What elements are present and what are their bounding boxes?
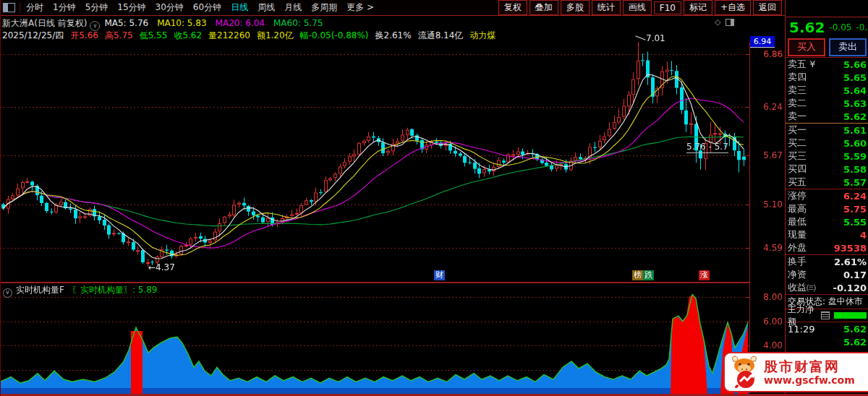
stat-row[interactable]: 收益㈢-0.120 (786, 281, 868, 294)
chart-title: 新大洲A(日线 前复权) (2, 18, 87, 28)
stat-row-value: 93538 (834, 243, 867, 254)
ask-row-label: 卖二 (788, 97, 807, 110)
window-icon[interactable] (726, 19, 734, 26)
tick-row-value: 5.62 (843, 324, 867, 335)
toolbar-button-画线[interactable]: 画线 (623, 0, 652, 15)
stat-row[interactable]: 最低5.55 (786, 215, 868, 228)
low-annotation: ←4.37 (148, 262, 175, 272)
ma-value: MA60: 5.75 (273, 18, 323, 28)
bid-row[interactable]: 买四5.58 (786, 163, 868, 176)
ask-row[interactable]: 卖二5.63 (786, 97, 868, 110)
toolbar-button-+自选[interactable]: +自选 (715, 0, 751, 15)
stat-row[interactable]: 现量4 (786, 228, 868, 241)
period-tab-月线[interactable]: 月线 (284, 1, 302, 14)
ask-row-value: 5.66 (843, 59, 867, 70)
ask-row-value: 5.64 (843, 85, 867, 96)
stat-row[interactable]: 净资0.17 (786, 268, 868, 281)
period-tab-周线[interactable]: 周线 (258, 1, 275, 14)
indicator-header: ∨实时机构量F〖实时机构量〗: 5.89 (0, 282, 749, 294)
candlestick-chart[interactable] (0, 42, 749, 282)
stat-row-label: 现量 (788, 228, 807, 241)
ma-value: MA5: 5.76 (104, 18, 148, 28)
stat-row-value: 5.55 (843, 217, 867, 228)
period-tab-日线[interactable]: 日线 (231, 1, 248, 14)
tick-row[interactable]: 11:295.62 (786, 322, 868, 335)
period-tab-60分钟[interactable]: 60分钟 (193, 1, 221, 14)
ask-row-value: 5.65 (843, 72, 867, 83)
toolbar-button-复权[interactable]: 复权 (498, 0, 527, 15)
axis-tick (745, 345, 749, 346)
ask-row-label: 卖五 ¥ (788, 58, 815, 71)
chevron-circle-icon[interactable]: ∨ (3, 288, 12, 298)
daily-stats-row: 2025/12/25/四开5.66高5.75低5.55收5.62量212260额… (2, 30, 747, 40)
diamond-icon[interactable]: ◇ (715, 17, 720, 27)
watermark-title: 股市财富网 (764, 359, 855, 374)
ask-row-label: 卖四 (788, 71, 807, 84)
axis-label-main: 4.59 (752, 243, 783, 253)
bid-row-label: 买五 (788, 176, 807, 189)
price-row: 5.62 -0.05 -0.88% (786, 17, 868, 38)
stat-row[interactable]: 涨停6.24 (786, 189, 868, 202)
toolbar-button-统计[interactable]: 统计 (592, 0, 621, 15)
stat-row[interactable]: 外盘93538 (786, 241, 868, 254)
period-tab-分时[interactable]: 分时 (26, 1, 43, 14)
period-tab-1分钟[interactable]: 1分钟 (53, 1, 76, 14)
period-tab-30分钟[interactable]: 30分钟 (156, 1, 184, 14)
flow-bar (834, 312, 867, 319)
daily-stat: 高5.75 (105, 30, 133, 40)
daily-stat: 2025/12/25/四 (2, 30, 64, 40)
bid-row[interactable]: 买一5.61 (786, 124, 868, 137)
period-tab-5分钟[interactable]: 5分钟 (85, 1, 109, 14)
axis-label-main: 5.10 (752, 199, 783, 210)
daily-stat: 换2.61% (375, 30, 412, 40)
ask-row[interactable]: 卖四5.65 (786, 71, 868, 84)
toolbar-button-F10[interactable]: F10 (654, 1, 681, 14)
event-tag-榜: 榜 (632, 270, 643, 280)
last-price: 5.62 (789, 19, 825, 36)
stat-row[interactable]: 最高5.75 (786, 202, 868, 215)
period-tab-更多 >[interactable]: 更多 > (346, 1, 374, 14)
toolbar-button-叠加[interactable]: 叠加 (529, 0, 558, 15)
stat-row[interactable]: 换手2.61% (786, 255, 868, 268)
bid-row-value: 5.59 (843, 151, 867, 162)
tick-row-label: 11:29 (788, 324, 814, 335)
ask-row[interactable]: 卖三5.64 (786, 84, 868, 97)
indicator-chart[interactable] (0, 292, 749, 394)
toolbar-button-标记[interactable]: 标记 (684, 0, 712, 15)
stat-row-value: -0.120 (833, 283, 867, 293)
daily-stat: 收5.62 (174, 30, 202, 40)
axis-tick (745, 248, 749, 249)
bid-row[interactable]: 买三5.59 (786, 150, 868, 163)
axis-tick (745, 322, 749, 322)
bid-row[interactable]: 买二5.60 (786, 137, 868, 150)
stat-row-value: 0.17 (843, 270, 867, 280)
toolbar-button-多股[interactable]: 多股 (561, 0, 590, 15)
period-tab-15分钟[interactable]: 15分钟 (117, 1, 145, 14)
daily-stat: 幅-0.05(-0.88%) (300, 30, 369, 40)
ask-row[interactable]: 卖五 ¥5.66 (786, 58, 868, 71)
price-change-pct: -0.88% (856, 22, 868, 33)
stat-row-label: 净资 (788, 268, 807, 281)
divider (20, 2, 20, 13)
period-tab-多周期[interactable]: 多周期 (311, 1, 337, 14)
layout-icon[interactable] (3, 3, 15, 12)
stat-row-value: 4 (860, 230, 867, 241)
sell-button[interactable]: 卖出 (829, 38, 867, 56)
buy-button[interactable]: 买入 (788, 38, 825, 56)
bid-row-value: 5.57 (843, 177, 867, 188)
ask-row-value: 5.62 (843, 111, 867, 122)
axis-tick (745, 107, 749, 108)
bid-row-label: 买四 (788, 163, 807, 176)
ma-price-label: 5.76 - 5.7 (686, 142, 728, 153)
ask-row[interactable]: 卖一5.62 (786, 110, 868, 123)
tick-row[interactable]: 5.62 (786, 335, 868, 348)
ma-values: MA5: 5.76MA10: 5.83MA20: 6.04MA60: 5.75 (104, 18, 331, 28)
bid-row[interactable]: 买五5.57 (786, 176, 868, 189)
stat-row-value: 5.75 (843, 204, 867, 215)
axis-label-main: 6.86 (752, 49, 783, 59)
daily-stat: 流通8.14亿 (418, 30, 464, 40)
toolbar-button-返回[interactable]: 返回 (753, 0, 782, 15)
price-marker: 6.94 (750, 36, 775, 48)
bid-row-label: 买二 (788, 137, 807, 150)
axis-tick (745, 205, 749, 205)
